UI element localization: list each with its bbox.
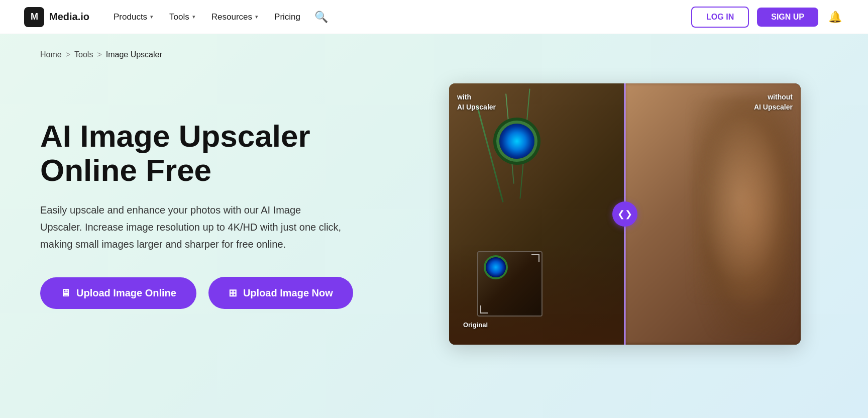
handle-arrows-icon: ❮❯ — [617, 208, 632, 220]
hero-description: Easily upscale and enhance your photos w… — [40, 201, 342, 253]
nav-resources-label: Resources — [211, 12, 252, 22]
thumbnail-bg — [478, 252, 541, 316]
navbar: M Media.io Products ▾ Tools ▾ Resources … — [0, 0, 868, 34]
expand-icon-tr — [531, 254, 539, 262]
logo-letter: M — [31, 12, 38, 22]
hero-section: AI Image Upscaler Online Free Easily ups… — [40, 83, 828, 345]
nav-pricing-label: Pricing — [274, 12, 300, 22]
original-thumbnail — [477, 251, 542, 317]
hero-title-line1: AI Image Upscaler — [40, 119, 310, 153]
thumb-eye — [486, 257, 506, 277]
breadcrumb: Home > Tools > Image Upscaler — [40, 34, 828, 83]
logo-icon: M — [24, 7, 44, 27]
comparison-handle[interactable]: ❮❯ — [612, 201, 637, 227]
comp-right-bg — [625, 83, 801, 345]
upload-online-label: Upload Image Online — [76, 287, 176, 299]
bell-icon[interactable]: 🔔 — [826, 9, 844, 26]
upload-online-icon: 🖥 — [60, 287, 70, 299]
hero-left: AI Image Upscaler Online Free Easily ups… — [40, 119, 382, 309]
main-content: Home > Tools > Image Upscaler AI Image U… — [0, 34, 868, 418]
comp-label-with: withAI Upscaler — [457, 92, 496, 112]
breadcrumb-tools[interactable]: Tools — [74, 50, 93, 59]
hero-buttons: 🖥 Upload Image Online ⊞ Upload Image Now — [40, 277, 382, 309]
person-blur — [700, 93, 801, 335]
search-icon[interactable]: 🔍 — [310, 7, 332, 28]
nav-item-products[interactable]: Products ▾ — [107, 8, 159, 26]
label-without-text: withoutAI Upscaler — [754, 93, 793, 111]
brand-name: Media.io — [49, 11, 89, 23]
hero-title-line2: Online Free — [40, 153, 211, 187]
breadcrumb-home[interactable]: Home — [40, 50, 62, 59]
breadcrumb-sep2: > — [97, 50, 101, 59]
label-with-text: withAI Upscaler — [457, 93, 496, 111]
chevron-down-icon: ▾ — [255, 14, 258, 20]
breadcrumb-current: Image Upscaler — [106, 50, 162, 59]
upload-now-button[interactable]: ⊞ Upload Image Now — [208, 277, 353, 309]
nav-products-label: Products — [114, 12, 147, 22]
logo-wrap[interactable]: M Media.io — [24, 7, 89, 27]
feather-eye — [499, 124, 534, 159]
nav-items: Products ▾ Tools ▾ Resources ▾ Pricing 🔍 — [107, 7, 332, 28]
upload-now-label: Upload Image Now — [243, 287, 333, 299]
expand-icon-bl — [480, 305, 488, 314]
upload-now-icon: ⊞ — [229, 287, 237, 299]
original-thumbnail-wrap: Original — [463, 321, 488, 331]
breadcrumb-sep1: > — [66, 50, 70, 59]
original-label: Original — [463, 321, 488, 329]
comp-label-without: withoutAI Upscaler — [754, 92, 793, 112]
nav-item-tools[interactable]: Tools ▾ — [163, 8, 201, 26]
comparison-image[interactable]: ❮❯ withAI Upscaler withoutAI Upscaler Or… — [449, 83, 801, 345]
nav-left: M Media.io Products ▾ Tools ▾ Resources … — [24, 7, 332, 28]
hero-right: ❮❯ withAI Upscaler withoutAI Upscaler Or… — [422, 83, 828, 345]
login-button[interactable]: LOG IN — [691, 7, 749, 28]
nav-right: LOG IN SIGN UP 🔔 — [691, 7, 844, 28]
nav-item-pricing[interactable]: Pricing — [268, 8, 306, 26]
nav-item-resources[interactable]: Resources ▾ — [205, 8, 264, 26]
hero-title: AI Image Upscaler Online Free — [40, 119, 382, 187]
signup-button[interactable]: SIGN UP — [757, 8, 818, 27]
comp-right-panel — [625, 83, 801, 345]
chevron-down-icon: ▾ — [150, 14, 153, 20]
upload-online-button[interactable]: 🖥 Upload Image Online — [40, 277, 196, 309]
chevron-down-icon: ▾ — [192, 14, 195, 20]
nav-tools-label: Tools — [169, 12, 189, 22]
